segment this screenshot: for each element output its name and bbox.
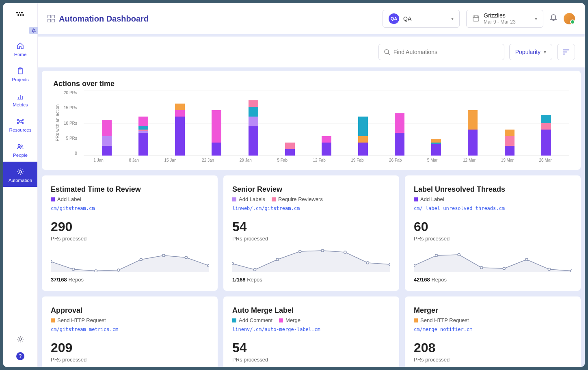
svg-point-37 [458, 253, 460, 256]
x-tick-label: 22 Jan [202, 158, 214, 162]
svg-point-4 [20, 14, 22, 16]
svg-point-18 [385, 50, 389, 54]
user-avatar[interactable] [564, 13, 575, 24]
bar-column [468, 110, 478, 156]
automation-title: Label Unresolved Threads [414, 185, 572, 194]
repos-count: 1/168 Repos [232, 277, 390, 283]
team-selector[interactable]: QA QA ▾ [383, 10, 460, 28]
svg-point-3 [17, 14, 19, 16]
automation-title: Approval [51, 306, 209, 315]
automation-path: cm/gitstream.cm [51, 206, 209, 211]
automation-value: 209 [51, 341, 209, 354]
svg-point-15 [19, 171, 22, 173]
automation-tags: Add Label [414, 196, 572, 202]
chevron-down-icon: ▾ [544, 49, 546, 55]
bar-column [358, 117, 368, 156]
automation-value: 54 [232, 220, 390, 233]
automation-tag: Add Label [414, 196, 444, 202]
sort-label: Popularity [515, 49, 540, 55]
automation-value-label: PRs processed [232, 357, 390, 363]
chevron-down-icon: ▾ [535, 16, 537, 22]
people-icon [16, 142, 25, 151]
automation-value-label: PRs processed [414, 357, 572, 363]
svg-point-5 [22, 14, 24, 16]
sparkline [51, 247, 209, 272]
svg-point-32 [344, 251, 346, 253]
svg-point-13 [18, 145, 20, 147]
automation-card[interactable]: Approval Send HTTP Request cm/gitstream_… [42, 296, 218, 367]
bar-column [431, 139, 441, 156]
x-tick-label: 12 Mar [463, 158, 476, 162]
date-range-selector[interactable]: Grizzlies Mar 9 - Mar 23 ▾ [466, 10, 543, 28]
automation-tag: Merge [279, 317, 300, 323]
nav-people[interactable]: People [3, 136, 37, 162]
automation-value: 290 [51, 220, 209, 233]
svg-point-35 [414, 264, 415, 267]
svg-point-39 [503, 267, 505, 270]
topbar: Automation Dashboard QA QA ▾ Grizzlies M… [38, 3, 585, 34]
search-input[interactable] [393, 49, 499, 55]
main-nav: Home Projects Metrics Resources [3, 36, 37, 187]
clipboard-icon [16, 67, 25, 76]
automation-card[interactable]: Senior Review Add LabelsRequire Reviewer… [223, 175, 399, 291]
x-tick-label: 26 Mar [539, 158, 551, 162]
dashboard-grid-icon [48, 15, 55, 22]
svg-point-40 [525, 258, 528, 261]
automation-card[interactable]: Merger Send HTTP Request cm/merge_notifi… [405, 296, 581, 367]
chart-icon [16, 92, 25, 101]
bar-column [285, 143, 295, 156]
svg-point-41 [548, 268, 550, 270]
nav-label: Automation [9, 178, 32, 183]
svg-point-10 [22, 119, 24, 121]
automation-card[interactable]: Estimated Time to Review Add Label cm/gi… [42, 175, 218, 291]
svg-point-30 [299, 250, 301, 253]
sort-direction-button[interactable] [557, 44, 575, 60]
automation-cards-grid: Estimated Time to Review Add Label cm/gi… [38, 175, 585, 367]
automation-tag: Add Comment [232, 317, 272, 323]
automation-title: Senior Review [232, 185, 390, 194]
repos-count: 37/168 Repos [51, 277, 209, 283]
svg-point-11 [17, 123, 19, 124]
nav-label: Resources [9, 128, 32, 132]
svg-point-42 [571, 270, 572, 272]
bar-column [395, 113, 404, 156]
sidebar: Home Projects Metrics Resources [3, 3, 38, 367]
nav-projects[interactable]: Projects [3, 61, 37, 86]
x-tick-label: 1 Jan [93, 158, 103, 162]
nav-home[interactable]: Home [3, 36, 37, 61]
automation-path: cm/gitstream_metrics.cm [51, 327, 209, 332]
automation-card[interactable]: Auto Merge Label Add CommentMerge linenv… [223, 296, 399, 367]
help-button[interactable]: ? [16, 352, 24, 360]
notifications-button[interactable] [550, 14, 557, 24]
x-tick-label: 8 Jan [129, 158, 138, 162]
x-ticks: 1 Jan8 Jan15 Jan22 Jan29 Jan5 Fab12 Fab1… [76, 156, 569, 162]
x-tick-label: 26 Fab [389, 158, 402, 162]
x-tick-label: 29 Jan [240, 158, 252, 162]
nav-label: Metrics [13, 102, 28, 107]
svg-point-29 [276, 258, 279, 261]
automation-value: 60 [414, 220, 572, 233]
app-logo [16, 10, 25, 20]
svg-point-20 [72, 268, 75, 270]
sort-dropdown[interactable]: Popularity ▾ [509, 44, 552, 60]
y-axis-label: PRs with an action [53, 104, 60, 141]
x-tick-label: 5 Fab [277, 158, 288, 162]
search-input-wrapper[interactable] [378, 44, 504, 60]
automation-value-label: PRs processed [51, 357, 209, 363]
nav-automation[interactable]: Automation [3, 162, 37, 187]
automation-tag: Add Labels [232, 196, 265, 202]
settings-button[interactable] [16, 335, 24, 345]
notification-tab[interactable] [29, 27, 38, 34]
date-range-text: Mar 9 - Mar 23 [484, 19, 516, 25]
automation-card[interactable]: Label Unresolved Threads Add Label cm/ l… [405, 175, 581, 291]
bar-column [175, 104, 185, 156]
chevron-down-icon: ▾ [451, 16, 454, 22]
nav-metrics[interactable]: Metrics [3, 86, 37, 111]
svg-point-8 [19, 121, 21, 122]
svg-point-19 [51, 260, 52, 263]
bar-column [138, 117, 148, 156]
svg-point-26 [208, 264, 209, 267]
nav-resources[interactable]: Resources [3, 111, 37, 136]
automation-path: cm/ label_unresolved_threads.cm [414, 206, 572, 211]
svg-point-22 [117, 269, 120, 271]
